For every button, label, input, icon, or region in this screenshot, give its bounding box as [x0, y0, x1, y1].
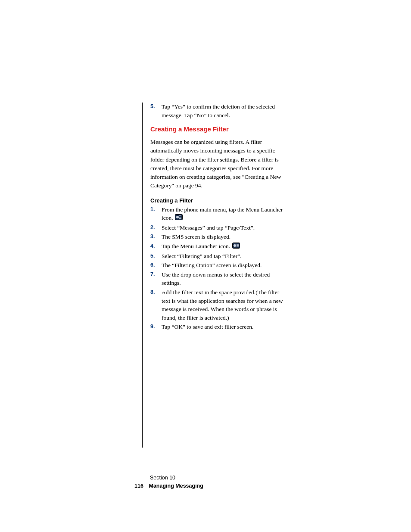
menu-launcher-icon — [232, 243, 240, 251]
item-number: 9. — [150, 323, 156, 331]
item-text: Use the drop down menus to select the de… — [162, 271, 284, 287]
svg-point-1 — [176, 216, 179, 218]
list-item: 8.Add the filter text in the space provi… — [150, 288, 284, 322]
item-text: Add the filter text in the space provide… — [162, 288, 284, 322]
footer-page-number: 116 — [134, 482, 147, 490]
item-text: Tap “OK” to save and exit filter screen. — [162, 323, 284, 331]
top-ordered-list: 5. Tap “Yes” to confirm the deletion of … — [150, 103, 284, 119]
item-text-pre: Tap the Menu Launcher icon. — [162, 243, 232, 249]
item-text: Select “Filtering” and tap “Filter”. — [162, 252, 284, 261]
item-number: 5. — [150, 103, 156, 119]
menu-launcher-icon — [175, 214, 183, 223]
footer-chapter: Managing Messaging — [149, 483, 203, 489]
list-item: 1.From the phone main menu, tap the Menu… — [150, 205, 284, 223]
list-item: 9.Tap “OK” to save and exit filter scree… — [150, 323, 284, 331]
list-item: 2.Select “Messages” and tap “Page/Text”. — [150, 224, 284, 232]
item-text: Tap “Yes” to confirm the deletion of the… — [162, 103, 284, 119]
list-item: 5. Tap “Yes” to confirm the deletion of … — [150, 103, 284, 119]
item-number: 6. — [150, 261, 156, 270]
item-number: 3. — [150, 233, 156, 241]
item-number: 7. — [150, 271, 156, 287]
item-text-pre: The SMS screen is displayed. — [162, 233, 230, 240]
item-text-pre: Select “Filtering” and tap “Filter”. — [162, 253, 242, 259]
sub-heading: Creating a Filter — [150, 197, 284, 204]
svg-point-3 — [234, 244, 236, 247]
item-number: 8. — [150, 288, 156, 322]
list-item: 6.The “Filtering Option” screen is displ… — [150, 261, 284, 270]
intro-paragraph: Messages can be organized using filters.… — [150, 138, 284, 190]
list-item: 4.Tap the Menu Launcher icon. — [150, 242, 284, 251]
page-footer: Section 10 116 Managing Messaging — [134, 474, 203, 490]
footer-page-line: 116 Managing Messaging — [134, 482, 203, 490]
steps-ordered-list: 1.From the phone main menu, tap the Menu… — [150, 205, 284, 331]
item-text-pre: Add the filter text in the space provide… — [162, 289, 283, 321]
item-text: From the phone main menu, tap the Menu L… — [162, 205, 284, 223]
list-item: 5.Select “Filtering” and tap “Filter”. — [150, 252, 284, 261]
footer-section-line: Section 10 — [150, 474, 203, 482]
item-number: 1. — [150, 205, 156, 223]
item-text-pre: Select “Messages” and tap “Page/Text”. — [162, 224, 255, 231]
list-item: 7.Use the drop down menus to select the … — [150, 271, 284, 287]
section-heading: Creating a Message Filter — [150, 125, 284, 133]
item-text: Select “Messages” and tap “Page/Text”. — [162, 224, 284, 232]
item-text: The SMS screen is displayed. — [162, 233, 284, 241]
item-text: The “Filtering Option” screen is display… — [162, 261, 284, 270]
list-item: 3.The SMS screen is displayed. — [150, 233, 284, 241]
item-text-pre: The “Filtering Option” screen is display… — [162, 262, 262, 268]
item-text: Tap the Menu Launcher icon. — [162, 242, 284, 251]
item-number: 2. — [150, 224, 156, 232]
item-number: 5. — [150, 252, 156, 261]
item-number: 4. — [150, 242, 156, 251]
item-text-pre: Use the drop down menus to select the de… — [162, 271, 270, 286]
item-text-pre: Tap “OK” to save and exit filter screen. — [162, 324, 253, 330]
page-content: 5. Tap “Yes” to confirm the deletion of … — [142, 103, 284, 448]
